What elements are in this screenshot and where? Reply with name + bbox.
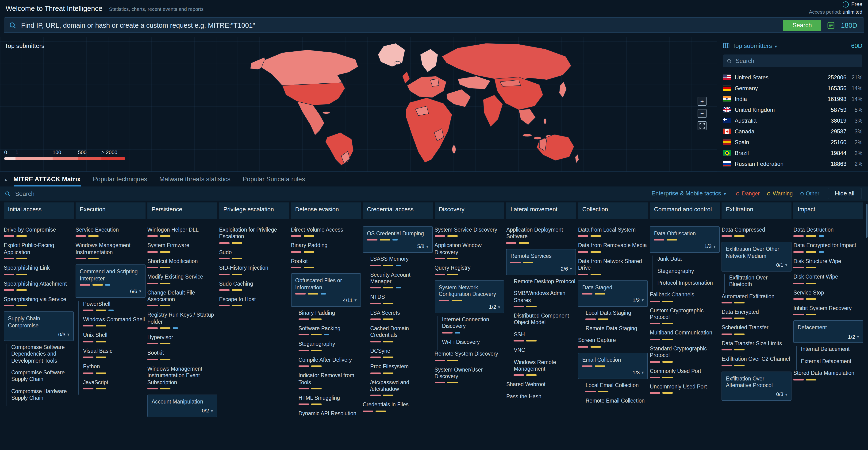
search-period-selector[interactable]: 180D — [841, 21, 857, 29]
technique-cell[interactable]: Email Collection1/3 — [578, 353, 648, 379]
technique-cell[interactable]: JavaScript — [79, 379, 146, 395]
technique-cell[interactable]: Multiband Communication — [650, 330, 720, 340]
world-map[interactable] — [237, 38, 580, 166]
technique-cell[interactable]: OS Credential Dumping5/8 — [363, 227, 433, 253]
technique-cell[interactable]: Binary Padding — [293, 309, 361, 325]
technique-cell[interactable]: PowerShell — [79, 300, 146, 316]
technique-cell[interactable]: Fallback Channels — [650, 292, 720, 302]
technique-cell[interactable]: Account Manipulation0/2 — [147, 395, 217, 417]
technique-cell[interactable]: Protocol Impersonation — [653, 279, 720, 292]
technique-cell[interactable]: /etc/passwd and /etc/shadow — [366, 379, 433, 401]
technique-cell[interactable]: Winlogon Helper DLL — [147, 227, 217, 237]
submitter-row-brazil[interactable]: Brazil198442% — [723, 148, 862, 158]
technique-cell[interactable]: Data from Network Shared Drive — [578, 258, 648, 275]
tab-malware-threats-statistics[interactable]: Malware threats statistics — [159, 172, 230, 186]
matrix-search-input[interactable] — [14, 189, 202, 198]
zoom-out-button[interactable] — [698, 109, 707, 118]
technique-cell[interactable]: Windows Management Instrumentation Event… — [147, 365, 217, 389]
technique-cell[interactable]: Inhibit System Recovery — [793, 305, 863, 316]
info-icon[interactable] — [843, 2, 849, 8]
technique-cell[interactable]: Screen Capture — [578, 337, 648, 348]
technique-cell[interactable]: Shared Webroot — [506, 381, 576, 388]
technique-cell[interactable]: Compromise Hardware Supply Chain — [7, 388, 74, 407]
technique-cell[interactable]: Stored Data Manipulation — [793, 370, 863, 380]
technique-cell[interactable]: Disk Content Wipe — [793, 273, 863, 284]
technique-cell[interactable]: Automated Exfiltration — [721, 293, 792, 303]
technique-cell[interactable]: Internal Defacement — [796, 346, 863, 358]
technique-cell[interactable]: Junk Data — [653, 256, 720, 268]
technique-cell[interactable]: Uncommonly Used Port — [650, 383, 720, 394]
technique-cell[interactable]: Custom Cryptographic Protocol — [650, 307, 720, 324]
submitter-row-united-states[interactable]: United States25200621% — [723, 72, 862, 83]
technique-cell[interactable]: Obfuscated Files or Information4/11 — [291, 273, 361, 306]
tab-popular-techniques[interactable]: Popular techniques — [93, 172, 147, 186]
technique-cell[interactable]: Distributed Component Object Model — [509, 312, 576, 331]
vertical-scrollbar[interactable] — [866, 204, 868, 238]
technique-cell[interactable]: Exfiltration Over Bluetooth — [724, 274, 792, 293]
legend-toggle-warning[interactable]: Warning — [767, 191, 793, 196]
technique-cell[interactable]: System Owner/User Discovery — [434, 366, 504, 384]
hide-all-button[interactable]: Hide all — [828, 188, 861, 199]
zoom-in-button[interactable] — [698, 97, 707, 106]
search-button[interactable]: Search — [783, 20, 821, 31]
technique-cell[interactable]: Compromise Software Supply Chain — [7, 369, 74, 388]
submitter-row-spain[interactable]: Spain251602% — [723, 137, 862, 148]
technique-cell[interactable]: Exfiltration Over Other Network Medium0/… — [721, 242, 792, 271]
technique-cell[interactable]: HTML Smuggling — [293, 395, 361, 410]
submitters-period-selector[interactable]: 60D — [851, 42, 862, 49]
technique-cell[interactable]: LSA Secrets — [366, 309, 433, 325]
submitters-search-input[interactable] — [735, 57, 859, 65]
technique-cell[interactable]: Shortcut Modification — [147, 258, 217, 268]
technique-cell[interactable]: Data Transfer Size Limits — [721, 340, 792, 351]
technique-cell[interactable]: Data Encrypted — [721, 309, 792, 319]
search-input[interactable] — [20, 21, 783, 29]
tab-mitre-att-ck-matrix[interactable]: MITRE ATT&CK Matrix — [13, 172, 81, 186]
fullscreen-button[interactable] — [698, 121, 707, 130]
technique-cell[interactable]: Exfiltration Over C2 Channel — [721, 356, 792, 366]
technique-cell[interactable]: Credentials in Files — [363, 401, 433, 412]
technique-cell[interactable]: Binary Padding — [291, 242, 361, 253]
tactics-filter-dropdown[interactable]: Enterprise & Mobile tactics — [652, 190, 726, 197]
technique-cell[interactable]: Data Obfuscation1/3 — [650, 227, 720, 253]
technique-cell[interactable]: Spearphishing via Service — [4, 296, 74, 306]
technique-cell[interactable]: Direct Volume Access — [291, 227, 361, 237]
technique-cell[interactable]: Registry Run Keys / Startup Folder — [147, 312, 217, 329]
technique-cell[interactable]: Data Encrypted for Impact — [793, 242, 863, 253]
technique-cell[interactable]: Wi-Fi Discovery — [437, 339, 504, 351]
technique-cell[interactable]: Service Stop — [793, 289, 863, 300]
technique-cell[interactable]: Spearphishing Link — [4, 265, 74, 275]
technique-cell[interactable]: NTDS — [366, 294, 433, 309]
technique-cell[interactable]: Drive-by Compromise — [4, 227, 74, 237]
submitter-row-russian-federation[interactable]: Russian Federation188632% — [723, 158, 862, 169]
technique-cell[interactable]: Sudo Caching — [219, 280, 289, 291]
technique-cell[interactable]: Steganography — [293, 341, 361, 357]
technique-cell[interactable]: Internet Connection Discovery — [437, 316, 504, 339]
technique-cell[interactable]: Windows Remote Management — [509, 359, 576, 381]
tab-popular-suricata-rules[interactable]: Popular Suricata rules — [243, 172, 305, 186]
technique-cell[interactable]: SMB/Windows Admin Shares — [509, 290, 576, 312]
top-submitters-dropdown[interactable]: Top submitters — [732, 42, 777, 49]
submitter-row-united-kingdom[interactable]: United Kingdom587595% — [723, 104, 862, 115]
technique-cell[interactable]: Disk Structure Wipe — [793, 258, 863, 268]
technique-cell[interactable]: Scheduled Transfer — [721, 324, 792, 335]
technique-cell[interactable]: Windows Command Shell — [79, 316, 146, 332]
technique-cell[interactable]: Compile After Delivery — [293, 357, 361, 372]
submitter-row-germany[interactable]: Germany16535614% — [723, 83, 862, 93]
legend-toggle-other[interactable]: Other — [800, 191, 819, 196]
submitter-row-india[interactable]: India16199814% — [723, 93, 862, 104]
legend-toggle-danger[interactable]: Danger — [736, 191, 760, 196]
technique-cell[interactable]: Local Data Staging — [581, 309, 648, 325]
technique-cell[interactable]: Remote Data Staging — [581, 325, 648, 337]
technique-cell[interactable]: Compromise Software Dependencies and Dev… — [7, 344, 74, 369]
technique-cell[interactable]: External Defacement — [796, 358, 863, 370]
technique-cell[interactable]: Security Account Manager — [366, 271, 433, 294]
technique-cell[interactable]: Standard Cryptographic Protocol — [650, 345, 720, 363]
technique-cell[interactable]: Indicator Removal from Tools — [293, 372, 361, 395]
technique-cell[interactable]: Defacement1/2 — [793, 321, 863, 343]
technique-cell[interactable]: DCSync — [366, 348, 433, 363]
technique-cell[interactable]: Data Staged1/2 — [578, 280, 648, 306]
technique-cell[interactable]: Dynamic API Resolution — [293, 410, 361, 422]
technique-cell[interactable]: Remote System Discovery — [434, 351, 504, 361]
technique-cell[interactable]: Windows Management Instrumentation — [75, 242, 146, 260]
technique-cell[interactable]: SID-History Injection — [219, 265, 289, 275]
